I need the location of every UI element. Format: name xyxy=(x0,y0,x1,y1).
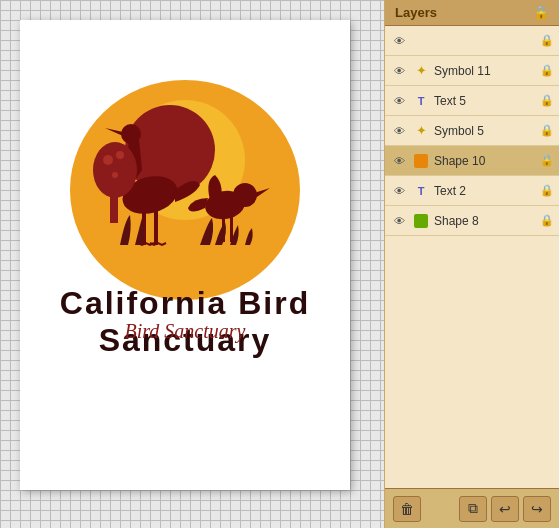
logo-container xyxy=(50,50,320,320)
lock-icon-1[interactable]: 🔒 xyxy=(540,64,554,78)
bird-sanctuary-text: Bird Sanctuary xyxy=(50,320,320,343)
lock-icon-2[interactable]: 🔒 xyxy=(540,94,554,108)
layer-name-text2: Text 2 xyxy=(434,184,536,198)
layers-panel: Layers 🔒 👁 🔒 👁 ✦ Symbol 11 🔒 👁 T Text 5 … xyxy=(384,0,559,528)
lock-icon-4[interactable]: 🔒 xyxy=(540,154,554,168)
layers-header: Layers 🔒 xyxy=(385,0,559,26)
svg-point-14 xyxy=(116,151,124,159)
svg-point-8 xyxy=(233,183,257,207)
lock-icon-header: 🔒 xyxy=(533,5,549,20)
move-up-button[interactable]: ↩ xyxy=(491,496,519,522)
shape-green-thumb xyxy=(414,214,428,228)
layer-thumb-text2: T xyxy=(412,182,430,200)
layers-footer: 🗑 ⧉ ↩ ↪ xyxy=(385,488,559,528)
layer-thumb-0 xyxy=(412,32,430,50)
lock-icon-6[interactable]: 🔒 xyxy=(540,214,554,228)
logo-svg xyxy=(60,60,310,310)
eye-icon-1[interactable]: 👁 xyxy=(390,64,408,78)
layers-list: 👁 🔒 👁 ✦ Symbol 11 🔒 👁 T Text 5 🔒 👁 ✦ Sym… xyxy=(385,26,559,488)
layer-name-text5: Text 5 xyxy=(434,94,536,108)
layer-item-shape10[interactable]: 👁 Shape 10 🔒 xyxy=(385,146,559,176)
svg-point-4 xyxy=(121,124,141,144)
artboard: California Bird Sanctuary Bird Sanctuary xyxy=(20,20,350,490)
lock-icon-5[interactable]: 🔒 xyxy=(540,184,554,198)
layer-thumb-text5: T xyxy=(412,92,430,110)
layer-item-text2[interactable]: 👁 T Text 2 🔒 xyxy=(385,176,559,206)
delete-layer-button[interactable]: 🗑 xyxy=(393,496,421,522)
eye-icon-3[interactable]: 👁 xyxy=(390,124,408,138)
layer-name-shape8: Shape 8 xyxy=(434,214,536,228)
layer-item-top[interactable]: 👁 🔒 xyxy=(385,26,559,56)
svg-point-15 xyxy=(112,172,118,178)
lock-icon-0[interactable]: 🔒 xyxy=(540,34,554,48)
eye-icon-0[interactable]: 👁 xyxy=(390,34,408,48)
eye-icon-5[interactable]: 👁 xyxy=(390,184,408,198)
svg-point-13 xyxy=(103,155,113,165)
lock-icon-3[interactable]: 🔒 xyxy=(540,124,554,138)
layer-move-controls: ⧉ ↩ ↪ xyxy=(459,496,551,522)
layer-item-shape8[interactable]: 👁 Shape 8 🔒 xyxy=(385,206,559,236)
layer-thumb-symbol11: ✦ xyxy=(412,62,430,80)
eye-icon-4[interactable]: 👁 xyxy=(390,154,408,168)
layer-item-symbol11[interactable]: 👁 ✦ Symbol 11 🔒 xyxy=(385,56,559,86)
duplicate-layer-button[interactable]: ⧉ xyxy=(459,496,487,522)
layer-thumb-shape8 xyxy=(412,212,430,230)
layer-thumb-symbol5: ✦ xyxy=(412,122,430,140)
layers-title: Layers xyxy=(395,5,437,20)
layer-name-symbol11: Symbol 11 xyxy=(434,64,536,78)
layer-item-symbol5[interactable]: 👁 ✦ Symbol 5 🔒 xyxy=(385,116,559,146)
eye-icon-2[interactable]: 👁 xyxy=(390,94,408,108)
layer-name-symbol5: Symbol 5 xyxy=(434,124,536,138)
layer-thumb-shape10 xyxy=(412,152,430,170)
move-down-button[interactable]: ↪ xyxy=(523,496,551,522)
shape-orange-thumb xyxy=(414,154,428,168)
canvas-area: California Bird Sanctuary Bird Sanctuary xyxy=(0,0,384,528)
layer-item-text5[interactable]: 👁 T Text 5 🔒 xyxy=(385,86,559,116)
eye-icon-6[interactable]: 👁 xyxy=(390,214,408,228)
svg-rect-6 xyxy=(154,210,158,245)
svg-rect-12 xyxy=(110,188,118,223)
layer-name-shape10: Shape 10 xyxy=(434,154,536,168)
